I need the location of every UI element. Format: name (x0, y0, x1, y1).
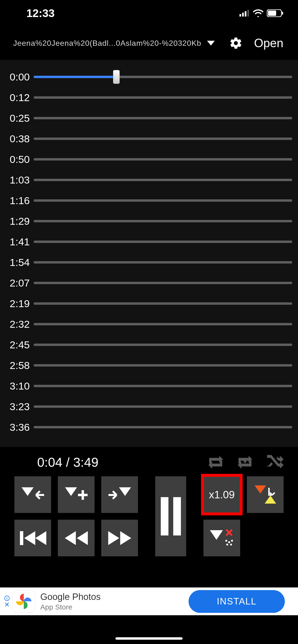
segment-row: 0:50 (4, 149, 292, 170)
time-display: 0:04 / 3:49 (37, 455, 196, 470)
segment-slider[interactable] (34, 96, 292, 99)
segment-slider[interactable] (34, 426, 292, 428)
segment-row: 3:23 (4, 396, 292, 417)
segment-row: 2:19 (4, 293, 292, 314)
current-file-title[interactable]: Jeena%20Jeena%20(Badl...0Aslam%20-%20320… (13, 39, 201, 48)
svg-marker-14 (265, 496, 276, 504)
svg-rect-3 (247, 10, 249, 16)
repeat-one-icon[interactable] (236, 455, 254, 469)
svg-point-24 (228, 541, 230, 543)
ad-banner: Google Photos App Store INSTALL (0, 588, 298, 615)
segment-row: 3:36 (4, 417, 292, 438)
rewind-button[interactable] (58, 520, 95, 556)
segment-slider[interactable] (34, 138, 292, 140)
segment-slider[interactable] (34, 406, 292, 408)
svg-marker-7 (243, 460, 247, 464)
segment-row: 1:16 (4, 190, 292, 211)
svg-marker-22 (210, 530, 223, 540)
segment-slider[interactable] (34, 344, 292, 346)
shuffle-icon[interactable] (265, 455, 284, 469)
segment-slider[interactable] (34, 117, 292, 119)
ad-info-close[interactable] (3, 588, 11, 615)
svg-rect-5 (282, 12, 283, 14)
segment-slider[interactable] (34, 158, 292, 160)
segment-list: 0:000:120:250:380:501:031:161:291:411:54… (0, 60, 298, 447)
skip-back-button[interactable] (14, 520, 51, 556)
segment-time-label: 1:41 (4, 236, 32, 248)
segment-row: 1:03 (4, 170, 292, 190)
segment-slider[interactable] (34, 199, 292, 202)
playback-speed-value: x1.09 (209, 489, 235, 501)
segment-slider[interactable] (34, 220, 292, 222)
svg-rect-11 (161, 497, 169, 536)
segment-slider[interactable] (34, 76, 292, 78)
segment-time-label: 2:32 (4, 318, 32, 330)
svg-marker-20 (108, 531, 119, 545)
playback-speed-button[interactable]: x1.09 (203, 476, 240, 513)
segment-slider-thumb[interactable] (113, 70, 120, 84)
svg-marker-16 (24, 531, 35, 545)
segment-time-label: 0:00 (4, 71, 32, 83)
play-pause-button[interactable] (155, 476, 186, 556)
segment-slider[interactable] (34, 385, 292, 387)
marker-add-button[interactable] (58, 476, 95, 513)
segment-time-label: 1:03 (4, 174, 32, 186)
svg-rect-30 (7, 597, 7, 597)
segment-slider[interactable] (34, 240, 292, 243)
svg-marker-8 (22, 487, 34, 496)
open-button[interactable]: Open (253, 36, 285, 50)
ad-subtitle: App Store (40, 603, 189, 611)
home-indicator[interactable] (115, 637, 183, 640)
wifi-icon (253, 9, 263, 17)
status-indicators (239, 9, 284, 17)
svg-point-25 (231, 540, 233, 542)
segment-time-label: 2:58 (4, 360, 32, 371)
segment-slider[interactable] (34, 323, 292, 325)
status-bar: 12:33 (0, 0, 298, 26)
ad-install-button[interactable]: INSTALL (189, 590, 285, 613)
file-dropdown-icon[interactable] (207, 41, 215, 46)
ad-info-icon (4, 596, 10, 601)
segment-slider[interactable] (34, 282, 292, 284)
segment-slider-fill (34, 76, 116, 78)
fast-forward-button[interactable] (101, 520, 138, 556)
segment-time-label: 2:45 (4, 339, 32, 351)
transport-controls: x1.09 (0, 474, 298, 566)
playback-time-bar: 0:04 / 3:49 (0, 447, 298, 474)
marker-prev-button[interactable] (14, 476, 51, 513)
segment-row: 0:00 (4, 66, 292, 87)
segment-row: 1:54 (4, 252, 292, 273)
segment-row: 0:38 (4, 128, 292, 149)
repeat-icon[interactable] (206, 455, 225, 469)
segment-row: 2:58 (4, 355, 292, 376)
svg-rect-12 (173, 497, 181, 536)
svg-point-23 (225, 540, 227, 542)
svg-rect-0 (239, 14, 241, 16)
ad-app-icon[interactable] (13, 590, 35, 612)
segment-time-label: 3:23 (4, 401, 32, 412)
marker-next-button[interactable] (101, 476, 138, 513)
segment-slider[interactable] (34, 261, 292, 264)
svg-rect-2 (245, 11, 246, 16)
segment-slider[interactable] (34, 302, 292, 305)
segment-time-label: 3:36 (4, 422, 32, 433)
svg-marker-21 (120, 531, 131, 545)
segment-time-label: 0:50 (4, 154, 32, 165)
segment-time-label: 0:12 (4, 92, 32, 104)
segment-row: 1:41 (4, 232, 292, 252)
svg-marker-17 (35, 531, 46, 545)
segment-time-label: 2:07 (4, 277, 32, 289)
time-sep: / (62, 455, 73, 469)
segment-row: 2:45 (4, 334, 292, 355)
segment-slider[interactable] (34, 364, 292, 366)
segment-slider[interactable] (34, 179, 292, 181)
marker-clear-button[interactable] (203, 520, 240, 556)
marker-color-swap-button[interactable] (247, 476, 284, 513)
segment-row: 2:32 (4, 314, 292, 334)
ad-title: Google Photos (40, 592, 189, 602)
svg-point-26 (226, 544, 228, 546)
segment-row: 0:25 (4, 108, 292, 128)
segment-row: 0:12 (4, 87, 292, 108)
settings-icon[interactable] (229, 36, 243, 50)
status-clock: 12:33 (26, 7, 55, 20)
